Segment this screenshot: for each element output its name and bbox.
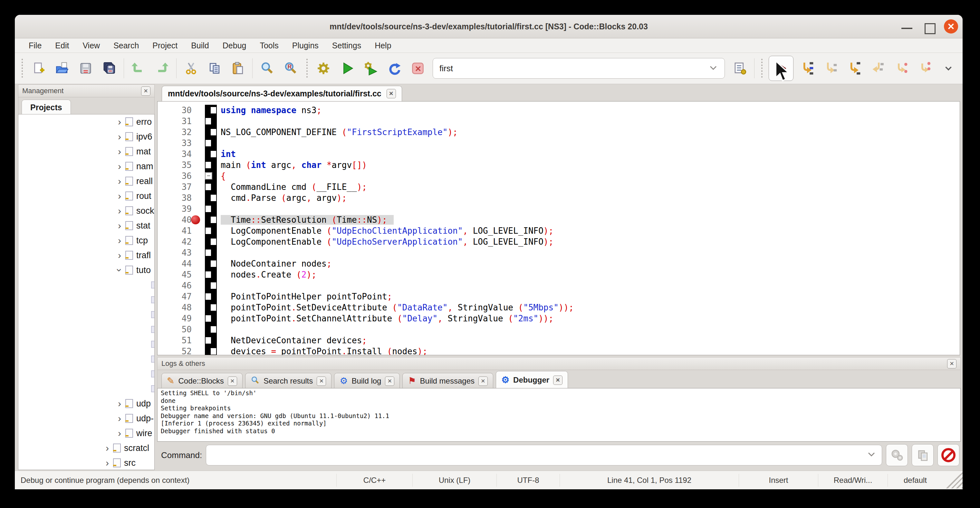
tree-item-stat[interactable]: ›stat [18, 218, 154, 233]
logs-tab-close-icon[interactable]: ✕ [479, 376, 488, 386]
marker-margin[interactable] [197, 302, 205, 313]
tree-item-se[interactable]: se [18, 337, 154, 352]
cut-button[interactable] [182, 59, 200, 78]
marker-margin[interactable] [197, 236, 205, 247]
fold-margin[interactable] [205, 116, 217, 127]
tree-item-he[interactable]: he [18, 322, 154, 337]
tree-item-src[interactable]: ›src [18, 455, 154, 470]
fold-collapse-icon[interactable]: − [205, 172, 212, 180]
menu-edit[interactable]: Edit [48, 41, 76, 50]
stop-debugger-button[interactable] [937, 444, 959, 466]
line-number[interactable]: 37 [158, 182, 197, 192]
save-file-button[interactable] [77, 59, 95, 78]
fold-margin[interactable] [205, 193, 217, 204]
tree-item-fo[interactable]: fo [18, 307, 154, 322]
fold-margin[interactable] [205, 182, 217, 193]
management-close-icon[interactable]: ✕ [141, 86, 150, 96]
fold-margin[interactable] [205, 302, 217, 313]
line-number[interactable]: 52 [158, 347, 197, 355]
marker-margin[interactable] [197, 291, 205, 302]
chevron-down-icon[interactable]: › [114, 264, 125, 276]
menu-plugins[interactable]: Plugins [285, 41, 325, 50]
chevron-right-icon[interactable]: › [114, 161, 125, 172]
fold-margin[interactable] [205, 225, 217, 236]
save-all-button[interactable] [100, 59, 119, 78]
fold-margin[interactable] [205, 247, 217, 258]
chevron-right-icon[interactable]: › [114, 220, 125, 231]
line-number[interactable]: 34 [158, 149, 197, 159]
menu-build[interactable]: Build [184, 41, 216, 50]
tree-item-udp[interactable]: ›udp [18, 396, 154, 411]
line-number[interactable]: 51 [158, 336, 197, 345]
marker-margin[interactable] [197, 258, 205, 269]
logs-close-icon[interactable]: ✕ [947, 359, 956, 368]
fold-margin[interactable] [205, 138, 217, 149]
build-target-dropdown-icon[interactable] [708, 64, 718, 73]
tree-item-si[interactable]: si [18, 366, 154, 381]
maximize-icon[interactable] [924, 23, 935, 34]
chevron-down-button[interactable] [939, 59, 958, 78]
marker-margin[interactable] [197, 170, 205, 182]
find-button[interactable] [258, 59, 276, 78]
command-dropdown-icon[interactable] [861, 451, 882, 459]
fold-margin[interactable] [205, 236, 217, 247]
logs-tab-close-icon[interactable]: ✕ [317, 376, 326, 386]
debugger-log[interactable]: Setting SHELL to '/bin/sh'doneSetting br… [157, 388, 961, 442]
editor-tab-close-icon[interactable]: ✕ [387, 89, 396, 98]
line-number[interactable]: 50 [158, 325, 197, 334]
fold-margin[interactable] [205, 159, 217, 170]
tree-item-sock[interactable]: ›sock [18, 204, 154, 218]
tree-item-se[interactable]: se [18, 352, 154, 366]
replace-button[interactable]: R [281, 59, 300, 78]
logs-tab-search-results[interactable]: Search results✕ [245, 373, 331, 389]
fold-margin[interactable] [205, 280, 217, 291]
redo-button[interactable] [153, 59, 171, 78]
rebuild-button[interactable] [385, 59, 403, 78]
fold-margin[interactable] [205, 313, 217, 324]
logs-tab-close-icon[interactable]: ✕ [228, 376, 237, 386]
chevron-right-icon[interactable]: › [114, 250, 125, 261]
next-line-button[interactable] [821, 59, 840, 78]
line-number[interactable]: 33 [158, 138, 197, 148]
tree-item-udp-[interactable]: ›udp- [18, 411, 154, 426]
marker-margin[interactable] [197, 193, 205, 204]
line-number[interactable]: 43 [158, 248, 197, 258]
build-options-button[interactable] [731, 59, 749, 78]
marker-margin[interactable] [197, 204, 205, 214]
logs-tab-build-log[interactable]: ⚙Build log✕ [334, 373, 400, 389]
logs-tab-debugger[interactable]: ⚙Debugger✕ [496, 371, 568, 389]
line-number[interactable]: 49 [158, 314, 197, 323]
chevron-right-icon[interactable]: › [114, 398, 125, 409]
line-number[interactable]: 42 [158, 237, 197, 247]
tree-item-th[interactable]: th [18, 381, 154, 396]
copy-button[interactable] [205, 59, 224, 78]
open-file-button[interactable] [53, 59, 72, 78]
tree-item-erro[interactable]: ›erro [18, 115, 154, 129]
tree-item-fir[interactable]: fir [18, 292, 154, 307]
marker-margin[interactable] [197, 225, 205, 236]
line-number[interactable]: 36 [158, 171, 197, 181]
marker-margin[interactable] [197, 127, 205, 138]
next-instruction-button[interactable] [892, 59, 910, 78]
close-icon[interactable]: ✕ [944, 19, 958, 33]
chevron-right-icon[interactable]: › [114, 191, 125, 201]
tree-item-reall[interactable]: ›reall [18, 174, 154, 189]
tree-item-trafl[interactable]: ›trafl [18, 248, 154, 263]
chevron-right-icon[interactable]: › [114, 428, 125, 439]
abort-build-button[interactable]: ✕ [409, 59, 427, 78]
minimize-icon[interactable] [901, 28, 912, 29]
fold-margin[interactable] [205, 269, 217, 280]
tree-item-mat[interactable]: ›mat [18, 144, 154, 159]
fold-margin[interactable] [205, 258, 217, 269]
step-out-button[interactable] [869, 59, 887, 78]
fold-margin[interactable] [205, 335, 217, 346]
line-number[interactable]: 30 [158, 105, 197, 115]
fold-margin[interactable] [205, 204, 217, 214]
toolbar-grip[interactable] [760, 58, 764, 79]
chevron-right-icon[interactable]: › [114, 413, 125, 424]
tab-projects[interactable]: Projects [22, 100, 71, 115]
logs-tab-code-blocks[interactable]: ✎Code::Blocks✕ [161, 373, 243, 389]
line-number[interactable]: 44 [158, 259, 197, 269]
build-and-run-button[interactable] [361, 59, 380, 78]
toolbar-grip[interactable] [305, 58, 309, 79]
